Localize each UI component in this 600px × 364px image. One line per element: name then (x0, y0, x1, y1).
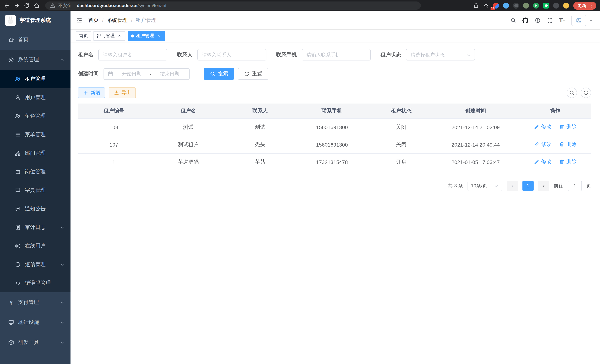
sidebar-item-sms[interactable]: 短信管理 (0, 255, 71, 274)
tag-tenant-active[interactable]: 租户管理 × (128, 31, 165, 41)
browser-update-button[interactable]: 更新 (573, 2, 596, 9)
yen-icon: ¥ (8, 299, 14, 306)
browser-reload-button[interactable] (24, 3, 30, 9)
chevron-down-icon (59, 261, 65, 268)
extension-icon-yellow[interactable] (563, 3, 569, 9)
tenant-name-label: 租户名 (78, 51, 94, 58)
col-contact: 联系人 (227, 103, 293, 118)
create-time-range-picker[interactable]: 开始日期 - 结束日期 (103, 68, 190, 80)
add-button[interactable]: 新增 (78, 87, 105, 98)
total-count: 共 3 条 (448, 182, 463, 189)
extension-badge: 10 (490, 7, 495, 10)
refresh-table-button[interactable] (581, 88, 591, 98)
close-icon[interactable]: × (117, 33, 122, 38)
col-status: 租户状态 (371, 103, 432, 118)
prev-page-button[interactable] (507, 180, 518, 191)
sidebar-item-dict[interactable]: 字典管理 (0, 181, 71, 200)
extension-icon-dark-ring[interactable] (513, 3, 519, 9)
sidebar-item-online-users[interactable]: 在线用户 (0, 237, 71, 255)
close-icon[interactable]: × (156, 33, 161, 38)
download-icon (113, 90, 120, 96)
font-size-icon[interactable]: TT (559, 17, 565, 23)
chevron-down-icon (59, 319, 65, 326)
page-number-button[interactable]: 1 (523, 180, 534, 191)
search-icon[interactable] (510, 17, 516, 23)
fullscreen-icon[interactable] (547, 17, 553, 23)
sidebar-item-tenant[interactable]: 租户管理 (0, 70, 71, 88)
edit-link[interactable]: 修改 (534, 123, 551, 130)
sidebar-item-user[interactable]: 用户管理 (0, 88, 71, 107)
browser-menu-icon (588, 3, 594, 9)
sidebar-item-infra[interactable]: 基础设施 (0, 312, 71, 332)
extension-icon-olive[interactable] (523, 3, 529, 9)
delete-link[interactable]: 删除 (559, 123, 577, 130)
col-actions: 操作 (519, 103, 591, 118)
sidebar-item-audit-log[interactable]: 审计日志 (0, 218, 71, 237)
browser-home-button[interactable] (34, 3, 40, 9)
chat-bubble-icon (15, 206, 21, 212)
browser-back-button[interactable] (4, 3, 10, 9)
extension-icon-green-play[interactable] (533, 3, 539, 9)
goto-page-input[interactable] (568, 180, 582, 191)
breadcrumb-system[interactable]: 系统管理 (107, 17, 128, 24)
mobile-input[interactable] (302, 49, 371, 60)
top-navbar: 首页 / 系统管理 / 租户管理 TT (71, 11, 600, 30)
tenant-status-select[interactable] (406, 49, 475, 60)
sidebar-item-system[interactable]: 系统管理 (0, 50, 71, 70)
delete-link[interactable]: 删除 (559, 158, 577, 165)
sidebar-item-dept[interactable]: 部门管理 (0, 144, 71, 162)
toggle-search-button[interactable] (567, 88, 577, 98)
user-avatar-menu[interactable] (572, 15, 594, 26)
status-text: 关闭 (371, 136, 432, 153)
bookmark-star-button[interactable] (483, 3, 489, 9)
avatar (572, 15, 586, 26)
tag-dept[interactable]: 部门管理 × (94, 31, 125, 41)
pencil-icon (534, 124, 540, 130)
search-icon (210, 71, 216, 77)
sidebar-item-devtools[interactable]: 研发工具 (0, 332, 71, 353)
sidebar-item-payment[interactable]: ¥ 支付管理 (0, 292, 71, 312)
mobile-label: 联系手机 (276, 51, 297, 58)
delete-link[interactable]: 删除 (559, 141, 577, 148)
address-bar[interactable]: 不安全 dashboard.yudao.iocoder.cn/system/te… (45, 1, 421, 10)
edit-link[interactable]: 修改 (534, 158, 551, 165)
sidebar-item-home[interactable]: 首页 (0, 30, 71, 50)
app-title: 芋道管理系统 (20, 17, 51, 24)
role-users-icon (15, 113, 21, 119)
tag-home[interactable]: 首页 (76, 31, 91, 41)
active-tag-dot (131, 34, 134, 37)
sidebar-item-post[interactable]: 岗位管理 (0, 162, 71, 181)
sidebar-collapse-button[interactable] (76, 17, 82, 23)
caret-down-icon (588, 17, 594, 23)
security-label: 不安全 (58, 2, 74, 9)
contact-input[interactable] (197, 49, 266, 60)
extension-icon-green-chat[interactable] (543, 3, 549, 9)
box-icon (8, 339, 14, 345)
extension-icon-gray[interactable] (553, 3, 559, 9)
browser-actions: 10 更新 (473, 2, 596, 9)
reset-button[interactable]: 重置 (238, 68, 268, 80)
search-button[interactable]: 搜索 (204, 68, 234, 80)
calendar-icon (108, 71, 113, 77)
edit-link[interactable]: 修改 (534, 141, 551, 148)
chevron-down-icon (59, 339, 65, 345)
share-button[interactable] (473, 3, 479, 9)
tenant-name-input[interactable] (98, 49, 167, 60)
next-page-button[interactable] (538, 180, 549, 191)
table-row: 108 测试 测试 15601691300 关闭 2021-12-14 21:0… (78, 118, 591, 136)
export-button[interactable]: 导出 (109, 87, 136, 98)
sidebar-item-notice[interactable]: 通知公告 (0, 200, 71, 218)
breadcrumb-home[interactable]: 首页 (88, 17, 99, 24)
extension-icon-blue[interactable] (503, 3, 509, 9)
extension-icon-dots[interactable]: 10 (493, 3, 499, 9)
help-icon[interactable] (534, 17, 540, 23)
browser-forward-button[interactable] (14, 3, 20, 9)
chevron-down-icon (59, 299, 65, 305)
sidebar-item-menu[interactable]: 菜单管理 (0, 125, 71, 144)
sidebar-item-role[interactable]: 角色管理 (0, 107, 71, 125)
goto-label: 前往 (554, 182, 563, 189)
sidebar-item-error-code[interactable]: 错误码管理 (0, 274, 71, 292)
page-size-select[interactable]: 10条/页 (468, 180, 502, 191)
github-icon[interactable] (522, 17, 528, 23)
app-logo[interactable]: 芋道管理系统 (0, 11, 71, 30)
